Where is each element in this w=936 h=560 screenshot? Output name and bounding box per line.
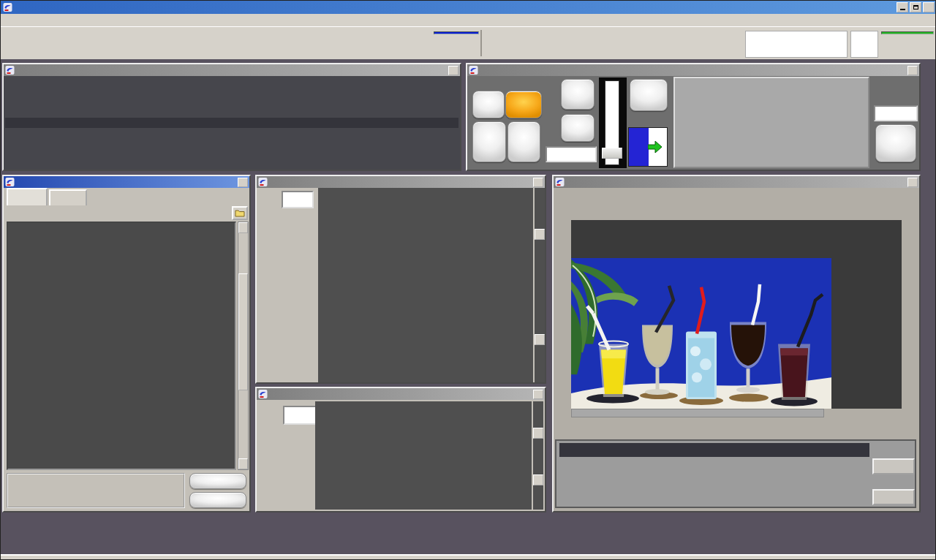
window-titlebar[interactable] bbox=[1, 1, 936, 14]
scrollbar-thumb[interactable] bbox=[238, 273, 248, 390]
pattern-titlebar[interactable] bbox=[257, 176, 545, 188]
fader-limit-button[interactable] bbox=[630, 79, 668, 111]
browse-folder-button[interactable] bbox=[232, 206, 248, 220]
view-keyer-panel bbox=[552, 175, 921, 512]
close-button[interactable] bbox=[923, 2, 935, 12]
close-icon[interactable] bbox=[907, 66, 918, 75]
pattern-panel bbox=[255, 175, 546, 384]
file-list-scrollbar[interactable] bbox=[238, 222, 249, 470]
close-icon[interactable] bbox=[448, 66, 458, 75]
scroll-down-icon[interactable] bbox=[535, 334, 545, 345]
scroll-down-icon[interactable] bbox=[238, 458, 248, 469]
transition-panel bbox=[466, 63, 921, 171]
scroll-up-icon[interactable] bbox=[535, 229, 545, 240]
event-no-input[interactable] bbox=[283, 406, 318, 425]
bus-row-a bbox=[5, 77, 458, 117]
bus-row-b bbox=[5, 129, 458, 168]
next-transition-group bbox=[673, 77, 869, 168]
wipe-preview bbox=[628, 127, 668, 167]
close-icon[interactable] bbox=[238, 178, 248, 187]
rev-button[interactable] bbox=[561, 114, 595, 142]
page-down-button[interactable] bbox=[872, 489, 915, 505]
section-title bbox=[559, 443, 869, 457]
view-keyer-titlebar[interactable] bbox=[554, 176, 919, 188]
application-window bbox=[0, 0, 936, 560]
file-list bbox=[7, 222, 236, 470]
pattern-scrollbar[interactable] bbox=[535, 188, 545, 382]
menu-bar bbox=[1, 14, 936, 27]
preview-image bbox=[571, 258, 831, 409]
minimize-button[interactable] bbox=[897, 2, 908, 12]
scroll-up-icon[interactable] bbox=[533, 428, 543, 439]
close-icon[interactable] bbox=[533, 178, 543, 187]
restore-button[interactable] bbox=[910, 2, 921, 12]
folder-icon bbox=[235, 209, 245, 217]
keyboard-status bbox=[434, 30, 479, 58]
transition-titlebar[interactable] bbox=[467, 64, 919, 76]
panel-icon bbox=[469, 66, 478, 75]
wipe-arrow-icon bbox=[648, 140, 663, 154]
pattern-no-input[interactable] bbox=[282, 191, 314, 208]
fader-handle[interactable] bbox=[602, 148, 622, 159]
black-rate-input[interactable] bbox=[874, 105, 918, 121]
panel-icon bbox=[555, 178, 565, 186]
event-memory-panel bbox=[255, 387, 546, 512]
page-up-button[interactable] bbox=[872, 458, 915, 474]
keyboard-value bbox=[434, 31, 479, 34]
keyer-ins-src-section bbox=[555, 439, 916, 508]
auto-button[interactable] bbox=[472, 121, 506, 162]
preview-scrollbar[interactable] bbox=[571, 409, 824, 417]
align-groupbox bbox=[7, 473, 185, 508]
close-icon[interactable] bbox=[907, 178, 918, 187]
panel-icon bbox=[258, 390, 268, 398]
still2-button[interactable] bbox=[189, 492, 246, 508]
transition-rate-input[interactable] bbox=[546, 146, 597, 162]
mix-button[interactable] bbox=[472, 91, 505, 118]
genlock-value bbox=[881, 31, 934, 34]
still1-button[interactable] bbox=[189, 473, 246, 489]
cut-button[interactable] bbox=[507, 121, 540, 162]
status-bar bbox=[1, 554, 936, 560]
fader bbox=[599, 77, 627, 168]
scroll-up-icon[interactable] bbox=[238, 222, 248, 233]
panel-icon bbox=[5, 66, 15, 75]
event-scrollbar[interactable] bbox=[533, 401, 543, 510]
panel-icon bbox=[258, 178, 268, 186]
still-backup-titlebar[interactable] bbox=[4, 176, 249, 188]
close-icon[interactable] bbox=[533, 390, 543, 399]
power-status-box bbox=[850, 31, 878, 58]
scroll-down-icon[interactable] bbox=[533, 474, 543, 485]
wipe-button[interactable] bbox=[505, 91, 542, 118]
bus-number-strip bbox=[5, 118, 458, 128]
bus-button-titlebar[interactable] bbox=[4, 64, 460, 76]
bus-button-panel bbox=[2, 63, 461, 171]
tab-save[interactable] bbox=[49, 189, 87, 205]
event-list bbox=[315, 401, 532, 510]
nr-button[interactable] bbox=[561, 79, 595, 110]
genlock-status bbox=[881, 30, 934, 34]
black-button[interactable] bbox=[875, 124, 916, 162]
panel-icon bbox=[5, 178, 15, 186]
app-icon bbox=[3, 3, 12, 12]
wipe-preview-fill bbox=[629, 128, 649, 166]
bus-status-box bbox=[480, 30, 482, 56]
fan-status-box bbox=[745, 31, 848, 58]
event-memory-titlebar[interactable] bbox=[257, 388, 545, 400]
still-backup-panel bbox=[2, 175, 251, 512]
pattern-grid bbox=[318, 188, 533, 382]
tab-load[interactable] bbox=[7, 188, 48, 205]
